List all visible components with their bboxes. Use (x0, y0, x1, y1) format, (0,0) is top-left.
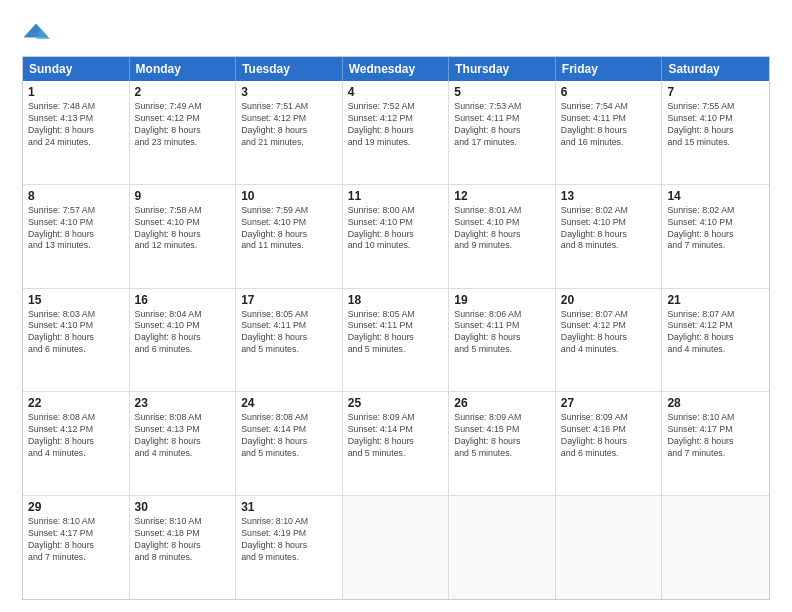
cell-info: Sunrise: 8:06 AM Sunset: 4:11 PM Dayligh… (454, 309, 550, 357)
cell-info: Sunrise: 8:07 AM Sunset: 4:12 PM Dayligh… (667, 309, 764, 357)
table-row: 5Sunrise: 7:53 AM Sunset: 4:11 PM Daylig… (449, 81, 556, 184)
day-number: 11 (348, 189, 444, 203)
table-row: 12Sunrise: 8:01 AM Sunset: 4:10 PM Dayli… (449, 185, 556, 288)
cell-info: Sunrise: 8:10 AM Sunset: 4:17 PM Dayligh… (28, 516, 124, 564)
table-row: 28Sunrise: 8:10 AM Sunset: 4:17 PM Dayli… (662, 392, 769, 495)
table-row: 7Sunrise: 7:55 AM Sunset: 4:10 PM Daylig… (662, 81, 769, 184)
table-row: 18Sunrise: 8:05 AM Sunset: 4:11 PM Dayli… (343, 289, 450, 392)
day-number: 22 (28, 396, 124, 410)
table-row: 13Sunrise: 8:02 AM Sunset: 4:10 PM Dayli… (556, 185, 663, 288)
table-row: 16Sunrise: 8:04 AM Sunset: 4:10 PM Dayli… (130, 289, 237, 392)
cell-info: Sunrise: 8:10 AM Sunset: 4:18 PM Dayligh… (135, 516, 231, 564)
day-number: 16 (135, 293, 231, 307)
table-row (343, 496, 450, 599)
calendar: Sunday Monday Tuesday Wednesday Thursday… (22, 56, 770, 600)
cell-info: Sunrise: 8:05 AM Sunset: 4:11 PM Dayligh… (241, 309, 337, 357)
table-row: 19Sunrise: 8:06 AM Sunset: 4:11 PM Dayli… (449, 289, 556, 392)
day-number: 6 (561, 85, 657, 99)
cell-info: Sunrise: 7:59 AM Sunset: 4:10 PM Dayligh… (241, 205, 337, 253)
day-number: 19 (454, 293, 550, 307)
table-row: 1Sunrise: 7:48 AM Sunset: 4:13 PM Daylig… (23, 81, 130, 184)
header-friday: Friday (556, 57, 663, 81)
table-row: 29Sunrise: 8:10 AM Sunset: 4:17 PM Dayli… (23, 496, 130, 599)
day-number: 5 (454, 85, 550, 99)
header-wednesday: Wednesday (343, 57, 450, 81)
day-number: 3 (241, 85, 337, 99)
logo-icon (22, 18, 50, 46)
table-row: 4Sunrise: 7:52 AM Sunset: 4:12 PM Daylig… (343, 81, 450, 184)
day-number: 15 (28, 293, 124, 307)
day-number: 13 (561, 189, 657, 203)
header-thursday: Thursday (449, 57, 556, 81)
cell-info: Sunrise: 7:55 AM Sunset: 4:10 PM Dayligh… (667, 101, 764, 149)
cell-info: Sunrise: 8:05 AM Sunset: 4:11 PM Dayligh… (348, 309, 444, 357)
table-row: 14Sunrise: 8:02 AM Sunset: 4:10 PM Dayli… (662, 185, 769, 288)
cell-info: Sunrise: 8:08 AM Sunset: 4:13 PM Dayligh… (135, 412, 231, 460)
day-number: 26 (454, 396, 550, 410)
cell-info: Sunrise: 8:08 AM Sunset: 4:12 PM Dayligh… (28, 412, 124, 460)
table-row: 2Sunrise: 7:49 AM Sunset: 4:12 PM Daylig… (130, 81, 237, 184)
table-row: 11Sunrise: 8:00 AM Sunset: 4:10 PM Dayli… (343, 185, 450, 288)
day-number: 17 (241, 293, 337, 307)
table-row: 31Sunrise: 8:10 AM Sunset: 4:19 PM Dayli… (236, 496, 343, 599)
table-row: 17Sunrise: 8:05 AM Sunset: 4:11 PM Dayli… (236, 289, 343, 392)
table-row: 20Sunrise: 8:07 AM Sunset: 4:12 PM Dayli… (556, 289, 663, 392)
table-row: 10Sunrise: 7:59 AM Sunset: 4:10 PM Dayli… (236, 185, 343, 288)
cell-info: Sunrise: 8:08 AM Sunset: 4:14 PM Dayligh… (241, 412, 337, 460)
calendar-body: 1Sunrise: 7:48 AM Sunset: 4:13 PM Daylig… (23, 81, 769, 599)
calendar-row-4: 22Sunrise: 8:08 AM Sunset: 4:12 PM Dayli… (23, 392, 769, 496)
header (22, 18, 770, 46)
day-number: 24 (241, 396, 337, 410)
table-row: 8Sunrise: 7:57 AM Sunset: 4:10 PM Daylig… (23, 185, 130, 288)
cell-info: Sunrise: 8:00 AM Sunset: 4:10 PM Dayligh… (348, 205, 444, 253)
table-row (556, 496, 663, 599)
header-tuesday: Tuesday (236, 57, 343, 81)
cell-info: Sunrise: 8:10 AM Sunset: 4:19 PM Dayligh… (241, 516, 337, 564)
day-number: 4 (348, 85, 444, 99)
table-row: 21Sunrise: 8:07 AM Sunset: 4:12 PM Dayli… (662, 289, 769, 392)
table-row: 24Sunrise: 8:08 AM Sunset: 4:14 PM Dayli… (236, 392, 343, 495)
table-row: 26Sunrise: 8:09 AM Sunset: 4:15 PM Dayli… (449, 392, 556, 495)
day-number: 25 (348, 396, 444, 410)
cell-info: Sunrise: 7:58 AM Sunset: 4:10 PM Dayligh… (135, 205, 231, 253)
cell-info: Sunrise: 7:54 AM Sunset: 4:11 PM Dayligh… (561, 101, 657, 149)
logo (22, 18, 54, 46)
day-number: 29 (28, 500, 124, 514)
cell-info: Sunrise: 7:53 AM Sunset: 4:11 PM Dayligh… (454, 101, 550, 149)
page: Sunday Monday Tuesday Wednesday Thursday… (0, 0, 792, 612)
day-number: 8 (28, 189, 124, 203)
day-number: 7 (667, 85, 764, 99)
day-number: 18 (348, 293, 444, 307)
table-row (449, 496, 556, 599)
calendar-header: Sunday Monday Tuesday Wednesday Thursday… (23, 57, 769, 81)
day-number: 10 (241, 189, 337, 203)
cell-info: Sunrise: 8:09 AM Sunset: 4:16 PM Dayligh… (561, 412, 657, 460)
table-row: 9Sunrise: 7:58 AM Sunset: 4:10 PM Daylig… (130, 185, 237, 288)
table-row: 6Sunrise: 7:54 AM Sunset: 4:11 PM Daylig… (556, 81, 663, 184)
header-sunday: Sunday (23, 57, 130, 81)
calendar-row-1: 1Sunrise: 7:48 AM Sunset: 4:13 PM Daylig… (23, 81, 769, 185)
calendar-row-3: 15Sunrise: 8:03 AM Sunset: 4:10 PM Dayli… (23, 289, 769, 393)
day-number: 27 (561, 396, 657, 410)
cell-info: Sunrise: 8:04 AM Sunset: 4:10 PM Dayligh… (135, 309, 231, 357)
day-number: 28 (667, 396, 764, 410)
table-row: 3Sunrise: 7:51 AM Sunset: 4:12 PM Daylig… (236, 81, 343, 184)
day-number: 12 (454, 189, 550, 203)
table-row: 22Sunrise: 8:08 AM Sunset: 4:12 PM Dayli… (23, 392, 130, 495)
day-number: 1 (28, 85, 124, 99)
cell-info: Sunrise: 7:52 AM Sunset: 4:12 PM Dayligh… (348, 101, 444, 149)
cell-info: Sunrise: 8:09 AM Sunset: 4:15 PM Dayligh… (454, 412, 550, 460)
calendar-row-2: 8Sunrise: 7:57 AM Sunset: 4:10 PM Daylig… (23, 185, 769, 289)
day-number: 31 (241, 500, 337, 514)
cell-info: Sunrise: 7:57 AM Sunset: 4:10 PM Dayligh… (28, 205, 124, 253)
day-number: 23 (135, 396, 231, 410)
header-saturday: Saturday (662, 57, 769, 81)
cell-info: Sunrise: 8:01 AM Sunset: 4:10 PM Dayligh… (454, 205, 550, 253)
cell-info: Sunrise: 8:09 AM Sunset: 4:14 PM Dayligh… (348, 412, 444, 460)
cell-info: Sunrise: 8:03 AM Sunset: 4:10 PM Dayligh… (28, 309, 124, 357)
cell-info: Sunrise: 7:49 AM Sunset: 4:12 PM Dayligh… (135, 101, 231, 149)
cell-info: Sunrise: 7:51 AM Sunset: 4:12 PM Dayligh… (241, 101, 337, 149)
day-number: 20 (561, 293, 657, 307)
table-row: 23Sunrise: 8:08 AM Sunset: 4:13 PM Dayli… (130, 392, 237, 495)
day-number: 2 (135, 85, 231, 99)
